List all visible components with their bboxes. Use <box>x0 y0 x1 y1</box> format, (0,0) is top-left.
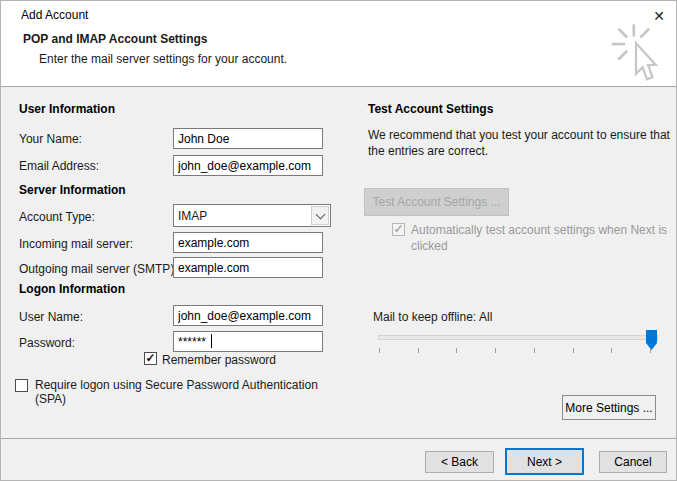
email-address-label: Email Address: <box>19 159 99 173</box>
spa-label[interactable]: Require logon using Secure Password Auth… <box>35 378 341 406</box>
remember-password-checkbox[interactable]: ✓ <box>144 352 157 365</box>
section-user-information: User Information <box>19 102 115 116</box>
offline-slider-thumb[interactable] <box>646 330 657 350</box>
back-button[interactable]: < Back <box>425 451 494 473</box>
test-description: We recommend that you test your account … <box>368 127 677 159</box>
outgoing-server-input[interactable] <box>173 257 323 278</box>
account-type-value: IMAP <box>174 209 310 223</box>
page-subtitle: Enter the mail server settings for your … <box>39 52 287 66</box>
offline-slider-track[interactable] <box>378 335 658 340</box>
next-button[interactable]: Next > <box>505 448 584 475</box>
offline-slider-value: All <box>479 310 492 324</box>
click-cursor-icon <box>603 23 669 88</box>
user-name-input[interactable] <box>173 305 323 326</box>
add-account-dialog: Add Account ✕ POP and IMAP Account Setti… <box>0 0 677 481</box>
section-logon-information: Logon Information <box>19 282 125 296</box>
section-test-account-settings: Test Account Settings <box>368 102 493 116</box>
text-caret <box>211 334 212 348</box>
auto-test-label: Automatically test account settings when… <box>411 222 671 254</box>
incoming-server-label: Incoming mail server: <box>19 237 133 251</box>
page-title: POP and IMAP Account Settings <box>23 32 207 46</box>
cancel-button[interactable]: Cancel <box>599 451 667 473</box>
email-address-input[interactable] <box>173 155 323 176</box>
password-label: Password: <box>19 336 75 350</box>
remember-password-label[interactable]: Remember password <box>162 353 276 367</box>
account-type-label: Account Type: <box>19 210 95 224</box>
outgoing-server-label: Outgoing mail server (SMTP): <box>19 262 178 276</box>
window-title: Add Account <box>21 8 88 22</box>
close-icon: ✕ <box>653 8 665 24</box>
spa-checkbox[interactable] <box>15 379 28 392</box>
user-name-label: User Name: <box>19 310 83 324</box>
chevron-down-icon <box>315 209 325 219</box>
your-name-input[interactable] <box>173 128 323 149</box>
auto-test-checkbox: ✓ <box>392 223 405 236</box>
wizard-header: Add Account ✕ POP and IMAP Account Setti… <box>1 1 676 87</box>
offline-slider-label: Mail to keep offline: <box>373 310 476 324</box>
dropdown-button[interactable] <box>311 206 329 225</box>
account-type-select[interactable]: IMAP <box>173 204 331 227</box>
slider-tick-marks <box>379 348 651 353</box>
test-account-settings-button: Test Account Settings ... <box>364 188 509 216</box>
incoming-server-input[interactable] <box>173 232 323 253</box>
section-server-information: Server Information <box>19 183 126 197</box>
your-name-label: Your Name: <box>19 132 82 146</box>
more-settings-button[interactable]: More Settings ... <box>562 395 656 420</box>
footer-divider <box>1 438 677 439</box>
password-input[interactable] <box>173 331 323 352</box>
